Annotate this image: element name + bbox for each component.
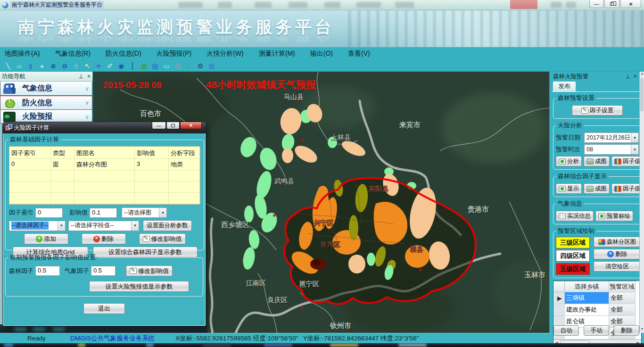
close-icon[interactable]: × <box>634 73 637 80</box>
menu-item[interactable]: 查看(V) <box>348 50 370 58</box>
polygon-icon[interactable]: ▱ <box>14 61 25 71</box>
panel-bottom-button[interactable]: 手动 <box>584 325 609 336</box>
add-button[interactable]: 添加 <box>24 233 68 244</box>
menu-item[interactable]: 火险预报(P) <box>157 50 192 58</box>
set-fire-display-button[interactable]: 设置火险预报值显示参数 <box>89 281 189 292</box>
map-image-icon[interactable]: ▦ <box>138 61 149 71</box>
scrollbar-thumb[interactable] <box>640 78 644 111</box>
pan-hand-icon[interactable]: ☝ <box>70 61 82 71</box>
tab-publish[interactable]: 发布 <box>553 81 576 91</box>
identify-icon[interactable]: ✐ <box>104 61 116 71</box>
window-minimize-button[interactable]: — <box>589 0 603 8</box>
image-viewer-icon[interactable]: ▩ <box>206 61 217 71</box>
taskbar-icon[interactable] <box>146 344 154 347</box>
rectangle-icon[interactable]: ▮ <box>25 61 36 71</box>
factor-table[interactable]: 因子索引类型图层名影响值分析字段 0 面 森林分布图 3 地类 <box>9 146 200 205</box>
warning-level-swatch[interactable]: 五级区域 <box>556 263 590 275</box>
township-row[interactable]: ▶ 三塘镇 全部 <box>553 292 641 304</box>
print-export-icon[interactable]: ▥ <box>172 61 183 71</box>
taskbar-icon[interactable] <box>264 344 292 347</box>
draw-line-icon[interactable]: ╲ <box>2 61 14 71</box>
vertical-scrollbar[interactable]: ▲ ▼ <box>639 72 644 333</box>
forest-factor-input[interactable]: 0.5 <box>35 266 60 276</box>
settings-gear-icon[interactable]: ⚙ <box>195 61 206 71</box>
printer-icon[interactable]: ▭ <box>161 61 172 71</box>
ellipse-icon[interactable]: ● <box>36 61 48 71</box>
zoom-select-icon[interactable]: ◉ <box>116 61 127 71</box>
dialog-maximize-button[interactable] <box>166 122 180 129</box>
factor-index-input[interactable]: 0 <box>35 208 63 218</box>
warning-area-cell[interactable]: 全部 <box>609 292 636 304</box>
composite-button[interactable]: 成图 <box>584 183 610 194</box>
menu-item[interactable]: 火情分析(W) <box>206 50 244 58</box>
modify-impact-button[interactable]: 修改影响值 <box>139 233 186 244</box>
warning-level-swatch[interactable]: 四级区域 <box>556 250 590 262</box>
taskbar-icon[interactable] <box>4 344 13 347</box>
area-draw-tool-button[interactable]: 清空绘区 <box>594 261 641 272</box>
dialog-close-button[interactable]: × <box>180 122 202 129</box>
taskbar-icon[interactable] <box>330 344 358 347</box>
zoom-out-icon[interactable]: ⊖ <box>59 61 70 71</box>
exit-button[interactable]: 退出 <box>83 303 125 314</box>
nav-panel-item[interactable]: 气象信息 ∨ <box>0 82 92 96</box>
weather-factor-input[interactable]: 0.5 <box>91 266 116 276</box>
set-area-params-button[interactable]: 设置面分析参数 <box>143 220 192 231</box>
legend-icon[interactable]: ▤ <box>149 61 161 71</box>
factor-setting-button[interactable]: 因子设置 <box>572 105 623 116</box>
panel-bottom-button[interactable]: 自动 <box>553 325 579 336</box>
select-arrow-icon[interactable]: ↖ <box>82 61 93 71</box>
delete-button[interactable]: 删除 <box>82 233 126 244</box>
weather-button[interactable]: 实况信息 <box>556 211 594 221</box>
scroll-down-arrow[interactable]: ▼ <box>640 327 644 333</box>
warning-level-swatch[interactable]: 三级区域 <box>556 237 590 248</box>
modify-impact-button-2[interactable]: 修改影响值 <box>126 265 173 276</box>
scroll-up-arrow[interactable]: ▲ <box>640 72 644 77</box>
menu-item[interactable]: 防火信息(D) <box>106 50 141 58</box>
pin-icon[interactable]: ⊥ <box>79 73 83 80</box>
download-icon[interactable]: ↓ <box>183 61 195 71</box>
menu-item[interactable]: 气象信息(R) <box>55 50 91 58</box>
pin-icon[interactable]: ⊥ <box>626 73 630 80</box>
layer-select[interactable]: --请选择图▼ <box>122 207 167 218</box>
warning-area-cell[interactable]: 全部 <box>609 304 636 316</box>
resize-grip[interactable] <box>199 319 204 324</box>
menu-item[interactable]: 测量计算(M) <box>259 50 295 58</box>
dialog-title-bar[interactable]: 火险因子计算 — × <box>3 122 206 133</box>
overlay-record-button[interactable] <box>510 0 537 9</box>
zoom-in-icon[interactable]: ⊕ <box>48 61 59 71</box>
panel-bottom-button[interactable]: 删除 <box>614 325 639 336</box>
factor-select[interactable]: --请选择因子--▼ <box>9 221 66 231</box>
township-name-cell[interactable]: 建政办事处 <box>565 304 609 316</box>
dialog-minimize-button[interactable]: — <box>152 122 166 129</box>
cell-type: 面 <box>51 159 74 170</box>
risk-analysis-button[interactable]: 因子值 <box>611 156 644 166</box>
weather-button[interactable]: 预警标绘 <box>595 211 633 221</box>
taskbar-icon[interactable] <box>398 344 427 347</box>
menu-item[interactable]: 地图操作(A) <box>5 50 40 58</box>
warning-time-select[interactable]: 08▼ <box>584 144 639 155</box>
menu-item[interactable]: 输出(O) <box>310 50 333 58</box>
taskbar-icon[interactable] <box>78 344 85 347</box>
composite-button[interactable]: 显示 <box>556 183 582 194</box>
risk-analysis-button[interactable]: 成图 <box>584 156 610 166</box>
field-value-select[interactable]: --请选择字段值--▼ <box>68 221 139 231</box>
township-name-cell[interactable]: 三塘镇 <box>565 292 609 304</box>
windows-taskbar[interactable] <box>0 343 644 347</box>
factor-table-row[interactable]: 0 面 森林分布图 3 地类 <box>9 159 200 170</box>
close-icon[interactable]: × <box>87 73 91 80</box>
risk-analysis-button[interactable]: 分析 <box>556 156 582 166</box>
status-system-name[interactable]: DMGIS公共气象服务业务系统 <box>70 334 155 343</box>
area-draw-tool-button[interactable]: 删除 <box>594 249 641 259</box>
area-draw-tool-button[interactable]: 森林分区图 <box>594 237 641 247</box>
impact-input[interactable]: 0.1 <box>90 208 117 218</box>
move-icon[interactable]: ✛ <box>93 61 104 71</box>
window-close-button[interactable]: × <box>620 0 641 8</box>
set-display-params-button[interactable]: 设置综合森林因子显示参数 <box>93 247 198 257</box>
button-icon <box>559 158 566 165</box>
window-restore-button[interactable] <box>604 0 619 8</box>
composite-button[interactable]: 因子值 <box>611 183 644 194</box>
township-row[interactable]: 建政办事处 全部 <box>553 304 641 316</box>
nav-panel-item[interactable]: 防火信息 ∨ <box>0 96 92 110</box>
taskbar-icon[interactable] <box>203 344 231 347</box>
warning-date-select[interactable]: 2017年12月26日▼ <box>584 132 639 143</box>
